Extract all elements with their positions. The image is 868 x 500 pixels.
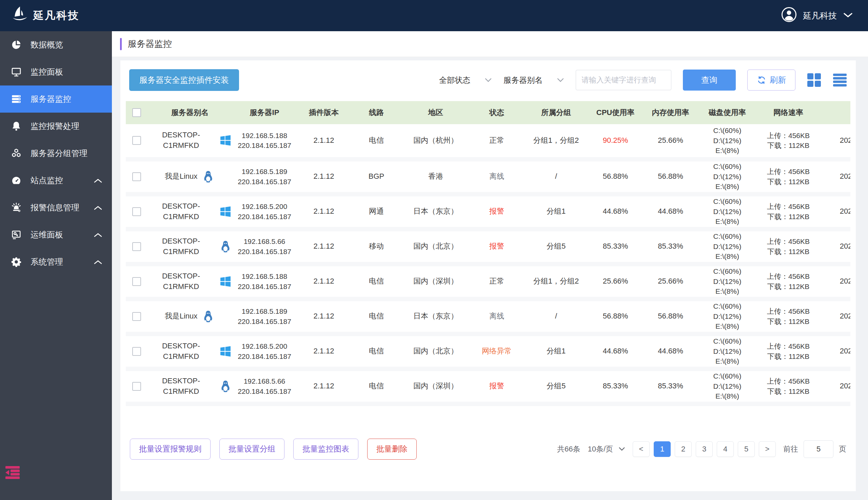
region-cell: 国内（北京） bbox=[402, 334, 470, 369]
windows-icon bbox=[219, 345, 232, 358]
table-row[interactable]: DESKTOP-C1RMFKD 192.168.5.66220.184.165.… bbox=[126, 229, 850, 264]
goto-page-input[interactable] bbox=[803, 440, 833, 458]
sidebar-item-data-overview[interactable]: 数据概览 bbox=[0, 31, 112, 58]
row-checkbox[interactable] bbox=[132, 277, 141, 286]
server-icon bbox=[11, 94, 22, 104]
column-header: 插件版本 bbox=[297, 101, 351, 124]
date-cell-clipped: 202 bbox=[821, 264, 850, 299]
server-alias: 我是Linux bbox=[165, 311, 198, 321]
group-cell: 分组5 bbox=[524, 369, 588, 404]
windows-icon bbox=[219, 134, 232, 147]
brand: 延凡科技 bbox=[12, 5, 79, 26]
content: 服务器安全监控插件安装 全部状态 服务器别名 查询 bbox=[112, 57, 868, 500]
table-row[interactable]: DESKTOP-C1RMFKD 192.168.5.188220.184.165… bbox=[126, 264, 850, 299]
row-checkbox[interactable] bbox=[132, 207, 141, 216]
chevron-down-icon bbox=[557, 78, 564, 82]
main-area: 服务器监控 服务器安全监控插件安装 全部状态 服务器别名 bbox=[112, 31, 868, 500]
sidebar-item-alert-info[interactable]: 报警信息管理 bbox=[0, 194, 112, 221]
network-cell: 上传：456KB下载：112KB bbox=[756, 124, 821, 159]
sidebar-item-system-settings[interactable]: 系统管理 bbox=[0, 248, 112, 275]
plugin-version-cell: 2.1.12 bbox=[297, 159, 351, 194]
query-button[interactable]: 查询 bbox=[683, 69, 736, 91]
table-row[interactable]: 我是Linux 192.168.5.189220.184.165.187 2.1… bbox=[126, 159, 850, 194]
sidebar-item-server-groups[interactable]: 服务器分组管理 bbox=[0, 140, 112, 167]
line-cell: 电信 bbox=[351, 334, 402, 369]
date-cell-clipped: 202 bbox=[821, 159, 850, 194]
alias-cell: 我是Linux bbox=[148, 159, 232, 194]
table-row[interactable]: 我是Linux 192.168.5.189220.184.165.187 2.1… bbox=[126, 299, 850, 334]
table-row[interactable]: DESKTOP-C1RMFKD 192.168.5.200220.184.165… bbox=[126, 194, 850, 229]
page-button-1[interactable]: 1 bbox=[654, 441, 671, 457]
sidebar-collapse-icon[interactable] bbox=[5, 466, 20, 479]
table-row[interactable]: DESKTOP-C1RMFKD 192.168.5.188220.184.165… bbox=[126, 124, 850, 159]
sidebar-item-site-monitor[interactable]: 站点监控 bbox=[0, 167, 112, 194]
date-cell-clipped: 202 bbox=[821, 299, 850, 334]
row-select-cell bbox=[126, 369, 148, 404]
bulk-action-button[interactable]: 批量设置分组 bbox=[219, 439, 285, 459]
column-header: 服务器别名 bbox=[148, 101, 232, 124]
plugin-version-cell: 2.1.12 bbox=[297, 264, 351, 299]
column-header: CPU使用率 bbox=[588, 101, 643, 124]
column-header: 服务器IP bbox=[232, 101, 297, 124]
server-table-wrap: 服务器别名服务器IP插件版本线路地区状态所属分组CPU使用率内存使用率磁盘使用率… bbox=[126, 101, 850, 406]
sidebar-item-server-monitor[interactable]: 服务器监控 bbox=[0, 86, 112, 113]
chevron-up-icon bbox=[94, 203, 102, 212]
prev-page-button[interactable]: < bbox=[633, 441, 650, 457]
user-menu[interactable]: 延凡科技 bbox=[781, 7, 853, 24]
sidebar-item-monitor-panel[interactable]: 监控面板 bbox=[0, 58, 112, 86]
page-size-value: 10条/页 bbox=[588, 444, 613, 454]
sidebar: 数据概览 监控面板 服务器监控 监控报警处理 bbox=[0, 31, 112, 500]
user-name: 延凡科技 bbox=[803, 10, 837, 21]
field-filter-select[interactable]: 服务器别名 bbox=[504, 75, 564, 86]
sidebar-item-alert-handling[interactable]: 监控报警处理 bbox=[0, 113, 112, 140]
bulk-action-button[interactable]: 批量监控图表 bbox=[293, 439, 358, 459]
row-checkbox[interactable] bbox=[132, 136, 141, 145]
alias-cell: DESKTOP-C1RMFKD bbox=[148, 369, 232, 404]
bulk-action-button[interactable]: 批量设置报警规则 bbox=[130, 439, 210, 459]
page-button-5[interactable]: 5 bbox=[738, 441, 755, 457]
alias-cell: DESKTOP-C1RMFKD bbox=[148, 334, 232, 369]
disk-cell: C:\(60%)D:\(12%)E:\(8%) bbox=[698, 264, 756, 299]
ip-cell: 192.168.5.189220.184.165.187 bbox=[232, 159, 297, 194]
next-page-button[interactable]: > bbox=[759, 441, 776, 457]
region-cell: 日本（东京） bbox=[402, 194, 470, 229]
install-plugin-button[interactable]: 服务器安全监控插件安装 bbox=[129, 69, 239, 91]
table-row[interactable]: DESKTOP-C1RMFKD 192.168.5.200220.184.165… bbox=[126, 334, 850, 369]
select-all-checkbox[interactable] bbox=[132, 108, 141, 117]
grid-view-icon[interactable] bbox=[807, 73, 821, 87]
column-header-clipped bbox=[821, 101, 850, 124]
list-view-icon[interactable] bbox=[833, 73, 847, 87]
row-checkbox[interactable] bbox=[132, 242, 141, 251]
memory-cell: 44.68% bbox=[643, 194, 698, 229]
row-checkbox[interactable] bbox=[132, 172, 141, 181]
page-button-3[interactable]: 3 bbox=[696, 441, 713, 457]
row-checkbox[interactable] bbox=[132, 347, 141, 356]
bulk-action-button[interactable]: 批量删除 bbox=[367, 439, 417, 459]
server-alias: DESKTOP-C1RMFKD bbox=[148, 376, 215, 397]
chevron-down-icon bbox=[618, 447, 625, 451]
status-cell: 正常 bbox=[470, 124, 524, 159]
network-cell: 上传：456KB下载：112KB bbox=[756, 369, 821, 404]
row-checkbox[interactable] bbox=[132, 312, 141, 321]
line-cell: BGP bbox=[351, 159, 402, 194]
page-button-4[interactable]: 4 bbox=[717, 441, 734, 457]
status-filter-select[interactable]: 全部状态 bbox=[439, 75, 492, 86]
ip-cell: 192.168.5.66220.184.165.187 bbox=[232, 369, 297, 404]
linux-icon bbox=[219, 379, 232, 393]
table-row[interactable]: DESKTOP-C1RMFKD 192.168.5.66220.184.165.… bbox=[126, 369, 850, 404]
refresh-icon bbox=[757, 75, 766, 85]
network-cell: 上传：456KB下载：112KB bbox=[756, 299, 821, 334]
page-size-select[interactable]: 10条/页 bbox=[588, 444, 625, 454]
plugin-version-cell: 2.1.12 bbox=[297, 299, 351, 334]
sidebar-item-label: 服务器分组管理 bbox=[31, 148, 88, 159]
cpu-cell: 44.68% bbox=[588, 334, 643, 369]
sidebar-item-ops-panel[interactable]: 运维面板 bbox=[0, 221, 112, 248]
row-select-cell bbox=[126, 264, 148, 299]
ip-cell: 192.168.5.200220.184.165.187 bbox=[232, 194, 297, 229]
network-cell: 上传：456KB下载：112KB bbox=[756, 159, 821, 194]
row-checkbox[interactable] bbox=[132, 382, 141, 391]
linux-icon bbox=[201, 310, 215, 323]
refresh-button[interactable]: 刷新 bbox=[747, 69, 796, 91]
search-input[interactable] bbox=[576, 70, 671, 90]
page-button-2[interactable]: 2 bbox=[675, 441, 692, 457]
